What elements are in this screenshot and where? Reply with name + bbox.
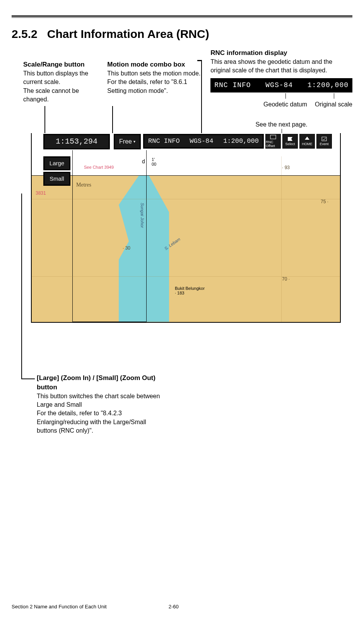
gridline — [32, 199, 340, 199]
rnc-sample-datum: WGS-84 — [265, 80, 293, 90]
header-rule-thick — [12, 15, 352, 17]
flag-icon — [287, 136, 293, 142]
place-label: Bukit Belungkor · 183 — [175, 286, 205, 295]
label-original-scale: Original scale — [315, 100, 352, 109]
callout-body: This area shows the geodetic datum and t… — [210, 58, 352, 75]
section-number: 2.5.2 — [12, 27, 38, 40]
callout-zoom: [Large] (Zoom In) / [Small] (Zoom Out) b… — [37, 373, 164, 435]
svg-rect-1 — [322, 137, 326, 141]
icon-button-label: RNC Offset — [266, 140, 280, 148]
callout-label: Scale/Range button — [23, 60, 98, 69]
leader-line — [21, 193, 22, 379]
icon-button-label: HOME — [302, 142, 313, 146]
rnc-scale: 1:200,000 — [223, 137, 259, 145]
depth-sounding: · 93 — [282, 165, 290, 170]
river-label: Sungai Johor — [140, 203, 145, 228]
icon-button-label: Select — [285, 142, 295, 146]
callout-body: This button sets the motion mode. For th… — [107, 69, 201, 95]
rnc-offset-button[interactable]: RNC Offset — [265, 134, 281, 149]
depth-sounding: 70 · — [282, 276, 290, 282]
checkbox-icon — [321, 136, 327, 142]
header-rule-thin — [12, 17, 352, 18]
chart-number-label: 3831 — [36, 190, 46, 196]
ship-icon — [304, 136, 310, 142]
rnc-sample-display: RNC INFO WGS-84 1:200,000 — [210, 78, 352, 92]
select-button[interactable]: Select — [282, 134, 298, 149]
label-geodetic-datum: Geodetic datum — [263, 100, 307, 109]
leader-line — [197, 60, 202, 61]
icon-button-label: Event — [320, 142, 328, 146]
rnc-info-display: RNC INFO WGS-84 1:200,000 — [143, 134, 264, 149]
see-chart-label: See Chart 3949 — [84, 165, 114, 170]
scale-range-button[interactable]: 1:153,294 — [43, 134, 110, 149]
zoom-large-button[interactable]: Large — [43, 156, 70, 170]
depth-sounding: · 30 — [123, 245, 130, 251]
gridline — [32, 276, 340, 277]
footer-page: 2-60 — [169, 604, 179, 610]
callout-rnc: RNC information display This area shows … — [210, 48, 352, 129]
callout-body: This button switches the chart scale bet… — [37, 392, 164, 435]
event-button[interactable]: Event — [316, 134, 332, 149]
depth-sounding: 75 · — [321, 199, 328, 204]
callout-row-top: Scale/Range button This button displays … — [12, 60, 352, 129]
section-heading: 2.5.2 Chart Information Area (RNC) — [12, 27, 352, 41]
callout-label: RNC information display — [210, 48, 352, 58]
chart-icon — [270, 134, 276, 140]
callout-label: Motion mode combo box — [107, 60, 201, 69]
page-footer: Section 2 Name and Function of Each Unit… — [12, 604, 352, 610]
map-units-label: Metres — [76, 182, 91, 188]
callout-motion: Motion mode combo box This button sets t… — [107, 60, 201, 95]
motion-mode-combo[interactable]: Free — [114, 134, 141, 149]
rnc-sample-prefix: RNC INFO — [214, 80, 251, 90]
zoom-small-button[interactable]: Small — [43, 172, 70, 186]
svg-rect-0 — [270, 135, 276, 139]
map-d-label: d — [142, 158, 145, 164]
rnc-prefix: RNC INFO — [148, 137, 180, 145]
chart-screenshot: 1:153,294 Free RNC INFO WGS-84 1:200,000… — [31, 133, 341, 323]
section-title-text: Chart Information Area (RNC) — [47, 27, 209, 40]
gridline — [281, 156, 282, 322]
rnc-sample-scale: 1:200,000 — [308, 80, 349, 90]
rnc-sublabels: Geodetic datum Original scale — [210, 100, 352, 109]
home-button[interactable]: HOME — [299, 134, 315, 149]
leader-line — [21, 378, 35, 379]
chart-top-inset — [72, 150, 147, 322]
callout-scale: Scale/Range button This button displays … — [23, 60, 98, 104]
callout-label: [Large] (Zoom In) / [Small] (Zoom Out) b… — [37, 373, 164, 392]
document-page: 2.5.2 Chart Information Area (RNC) Scale… — [0, 0, 364, 625]
footer-section: Section 2 Name and Function of Each Unit — [12, 604, 107, 610]
see-next-page-note: See the next page. — [210, 120, 352, 129]
rnc-datum: WGS-84 — [190, 137, 213, 145]
latitude-tick: 1' 00 — [152, 157, 156, 166]
callout-body: This button displays the current scale. … — [23, 69, 98, 104]
